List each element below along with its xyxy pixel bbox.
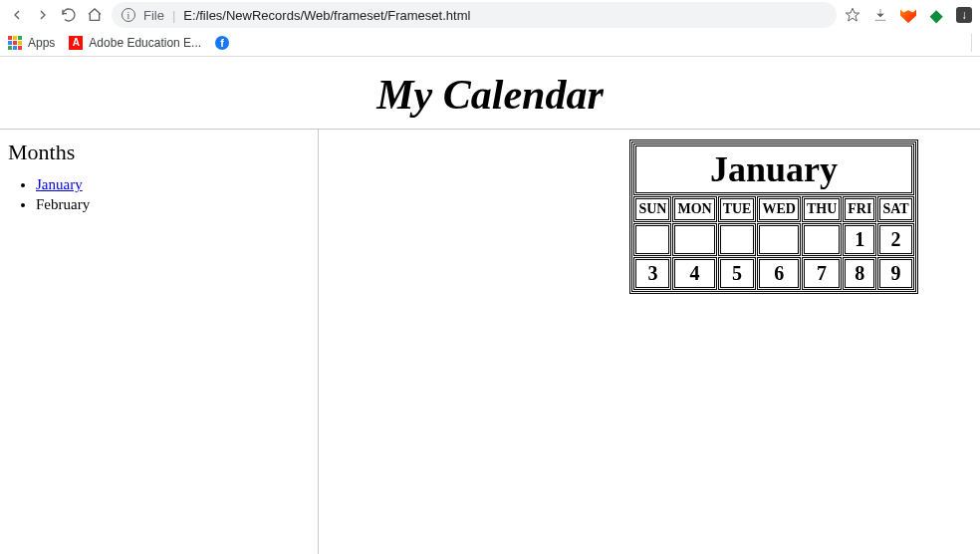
dow-sun: SUN xyxy=(633,196,671,222)
bookmarks-bar: Apps Adobe Education E... f xyxy=(0,30,980,56)
svg-marker-0 xyxy=(846,8,858,21)
back-button[interactable] xyxy=(8,6,26,24)
dow-tue: TUE xyxy=(718,196,757,222)
calendar-day-cell: 6 xyxy=(757,257,800,290)
dow-wed: WED xyxy=(757,196,800,222)
dow-thu: THU xyxy=(802,196,842,222)
download-icon[interactable] xyxy=(872,7,888,23)
month-list-item: February xyxy=(36,195,310,215)
reload-button[interactable] xyxy=(60,6,78,24)
sidebar-frame: Months January February xyxy=(0,130,319,554)
bookmarks-overflow-divider xyxy=(971,34,972,52)
sidebar-heading: Months xyxy=(8,139,310,165)
calendar-week-row: 3 4 5 6 7 8 9 xyxy=(633,257,913,290)
browser-toolbar: i File | E:/files/NewRecords/Web/framese… xyxy=(0,0,980,30)
calendar-day-cell: 2 xyxy=(877,223,913,256)
bookmark-apps[interactable]: Apps xyxy=(8,36,55,50)
month-list: January February xyxy=(8,175,310,214)
calendar-day-cell xyxy=(802,223,842,256)
calendar-day-cell: 8 xyxy=(843,257,876,290)
main-frame: January SUN MON TUE WED THU FRI SAT 1 xyxy=(319,130,980,554)
dow-fri: FRI xyxy=(843,196,876,222)
page-header: My Calendar xyxy=(0,57,980,129)
bookmark-adobe[interactable]: Adobe Education E... xyxy=(69,36,201,50)
calendar-day-cell xyxy=(672,223,716,256)
calendar-day-cell: 7 xyxy=(802,257,842,290)
calendar-day-cell: 4 xyxy=(672,257,716,290)
address-bar[interactable]: i File | E:/files/NewRecords/Web/framese… xyxy=(112,2,837,28)
bookmark-facebook[interactable]: f xyxy=(215,36,229,50)
calendar-day-cell: 5 xyxy=(718,257,757,290)
calendar-day-cell xyxy=(718,223,757,256)
frameset: Months January February January SUN MON … xyxy=(0,130,980,554)
calendar-dow-row: SUN MON TUE WED THU FRI SAT xyxy=(633,196,913,222)
url-text: E:/files/NewRecords/Web/frameset/Framese… xyxy=(183,8,470,23)
calendar-day-cell: 3 xyxy=(633,257,671,290)
calendar-table: January SUN MON TUE WED THU FRI SAT 1 xyxy=(629,139,917,294)
dow-sat: SAT xyxy=(877,196,913,222)
adobe-icon xyxy=(69,36,83,50)
bookmark-apps-label: Apps xyxy=(28,36,55,50)
page-title: My Calendar xyxy=(0,71,980,119)
dow-mon: MON xyxy=(672,196,716,222)
extension-metamask-icon[interactable] xyxy=(900,7,916,23)
bookmark-star-icon[interactable] xyxy=(845,7,860,23)
forward-button[interactable] xyxy=(34,6,52,24)
calendar-day-cell xyxy=(633,223,671,256)
month-label-february: February xyxy=(36,196,90,212)
extension-green-icon[interactable]: ◆ xyxy=(928,7,944,23)
calendar-day-cell xyxy=(757,223,800,256)
month-list-item: January xyxy=(36,175,310,195)
calendar-day-cell: 1 xyxy=(843,223,876,256)
bookmark-adobe-label: Adobe Education E... xyxy=(89,36,201,50)
facebook-icon: f xyxy=(215,36,229,50)
url-separator: | xyxy=(172,8,175,23)
calendar-week-row: 1 2 xyxy=(633,223,913,256)
calendar-day-cell: 9 xyxy=(877,257,913,290)
toolbar-right-icons: ◆ ↓ xyxy=(845,7,972,23)
home-button[interactable] xyxy=(86,6,104,24)
month-link-january[interactable]: January xyxy=(36,176,83,192)
apps-icon xyxy=(8,36,22,50)
extension-dark-icon[interactable]: ↓ xyxy=(956,7,972,23)
calendar-month-name: January xyxy=(633,143,913,195)
site-info-icon[interactable]: i xyxy=(122,8,135,22)
url-scheme-label: File xyxy=(143,8,164,23)
